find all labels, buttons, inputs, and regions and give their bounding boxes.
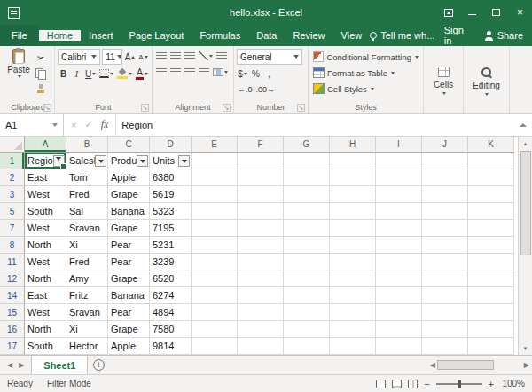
cell[interactable] xyxy=(192,254,238,270)
cell[interactable] xyxy=(330,220,376,237)
orientation-button[interactable] xyxy=(198,49,214,63)
cell[interactable]: Xi xyxy=(66,321,108,338)
comma-style-button[interactable]: , xyxy=(263,67,275,81)
cell-styles-button[interactable]: Cell Styles xyxy=(311,81,420,97)
row-header-8[interactable]: 8 xyxy=(0,237,25,254)
decrease-font-size-button[interactable]: A xyxy=(137,50,149,64)
cell[interactable]: Grape xyxy=(108,186,150,203)
scroll-down-icon[interactable]: ▼ xyxy=(519,341,532,355)
cell[interactable]: West xyxy=(25,304,66,321)
scroll-left-icon[interactable]: ◀ xyxy=(430,361,435,369)
filter-button-units[interactable] xyxy=(178,155,190,167)
cell[interactable] xyxy=(468,304,514,321)
editing-button[interactable]: Editing xyxy=(466,49,506,113)
row-header-15[interactable]: 15 xyxy=(0,304,25,321)
decrease-decimal-button[interactable]: .00→ xyxy=(255,82,277,97)
borders-button[interactable] xyxy=(98,67,114,81)
cell[interactable]: 6520 xyxy=(150,270,192,287)
cell[interactable] xyxy=(422,321,468,338)
filter-button-salesrep[interactable] xyxy=(95,155,106,167)
cell[interactable] xyxy=(192,169,238,186)
cell[interactable]: 7580 xyxy=(150,321,192,338)
excel-app-icon[interactable] xyxy=(8,7,20,19)
cell[interactable] xyxy=(284,153,330,169)
cell[interactable] xyxy=(330,338,376,355)
cell[interactable]: Fritz xyxy=(66,287,108,304)
cell[interactable] xyxy=(468,237,514,254)
share-button[interactable]: Share xyxy=(484,30,523,41)
font-name-select[interactable]: Calibri xyxy=(58,49,100,65)
cell[interactable]: Grape xyxy=(108,270,150,287)
cell[interactable]: Apple xyxy=(108,169,150,186)
cell[interactable] xyxy=(284,254,330,270)
bold-button[interactable]: B xyxy=(58,67,69,81)
cell[interactable] xyxy=(238,169,284,186)
cell[interactable]: East xyxy=(25,287,66,304)
cut-button[interactable]: ✂ xyxy=(35,51,47,65)
cell[interactable] xyxy=(284,338,330,355)
sheet-nav-right-icon[interactable]: ▶ xyxy=(19,361,24,369)
cell[interactable] xyxy=(468,338,514,355)
horizontal-scroll-thumb[interactable] xyxy=(437,360,494,370)
cell[interactable] xyxy=(192,270,238,287)
column-header-j[interactable]: J xyxy=(422,137,468,153)
percent-style-button[interactable]: % xyxy=(250,67,262,81)
row-header-1[interactable]: 1 xyxy=(0,153,25,169)
cell[interactable] xyxy=(238,270,284,287)
cell[interactable] xyxy=(422,237,468,254)
cell[interactable] xyxy=(192,186,238,203)
cell[interactable]: 3239 xyxy=(150,254,192,270)
cell[interactable] xyxy=(238,153,284,169)
column-header-h[interactable]: H xyxy=(330,137,376,153)
column-header-k[interactable]: K xyxy=(468,137,514,153)
zoom-level[interactable]: 100% xyxy=(500,379,525,388)
tab-insert[interactable]: Insert xyxy=(81,30,121,41)
row-header-12[interactable]: 12 xyxy=(0,270,25,287)
cell[interactable]: South xyxy=(25,203,66,220)
row-header-3[interactable]: 3 xyxy=(0,186,25,203)
page-break-view-icon[interactable] xyxy=(408,380,418,388)
ribbon-display-options-button[interactable] xyxy=(436,0,460,25)
cells-button[interactable]: Cells xyxy=(426,49,460,113)
cell[interactable]: Grape xyxy=(108,220,150,237)
minimize-button[interactable] xyxy=(460,0,484,25)
page-layout-view-icon[interactable] xyxy=(392,380,402,388)
cell[interactable]: 7195 xyxy=(150,220,192,237)
sheet-nav-left-icon[interactable]: ◀ xyxy=(7,361,12,369)
cell[interactable]: North xyxy=(25,321,66,338)
enter-button[interactable]: ✓ xyxy=(84,119,92,130)
tab-data[interactable]: Data xyxy=(248,30,285,41)
collapse-ribbon-button[interactable] xyxy=(514,114,532,136)
cell[interactable]: North xyxy=(25,237,66,254)
cell[interactable] xyxy=(284,220,330,237)
cell[interactable] xyxy=(376,321,422,338)
cell[interactable] xyxy=(422,304,468,321)
cell[interactable]: Pear xyxy=(108,237,150,254)
font-dialog-launcher-icon[interactable]: ↘ xyxy=(141,104,149,112)
cell[interactable]: Banana xyxy=(108,203,150,220)
cell[interactable] xyxy=(468,270,514,287)
cell[interactable] xyxy=(376,254,422,270)
cell[interactable] xyxy=(422,220,468,237)
cell[interactable]: Hector xyxy=(66,338,108,355)
cell-c1[interactable]: Produc xyxy=(108,153,150,169)
maximize-button[interactable] xyxy=(484,0,508,25)
vertical-scroll-thumb[interactable] xyxy=(520,151,531,255)
cell[interactable] xyxy=(422,203,468,220)
cell[interactable] xyxy=(376,220,422,237)
format-painter-button[interactable] xyxy=(35,82,47,97)
cell[interactable] xyxy=(468,287,514,304)
row-header-17[interactable]: 17 xyxy=(0,338,25,355)
tell-me-box[interactable]: Tell me wh... xyxy=(370,30,434,41)
cell[interactable] xyxy=(376,237,422,254)
cell[interactable] xyxy=(468,186,514,203)
cell-a1-selected[interactable]: Region xyxy=(25,153,66,169)
font-size-select[interactable]: 11 xyxy=(102,49,122,65)
cell[interactable] xyxy=(330,237,376,254)
format-as-table-button[interactable]: Format as Table xyxy=(311,65,420,81)
align-bottom-button[interactable] xyxy=(184,49,196,63)
cell[interactable]: Pear xyxy=(108,254,150,270)
cell[interactable] xyxy=(238,287,284,304)
cell[interactable]: Fred xyxy=(66,186,108,203)
cell[interactable] xyxy=(238,338,284,355)
